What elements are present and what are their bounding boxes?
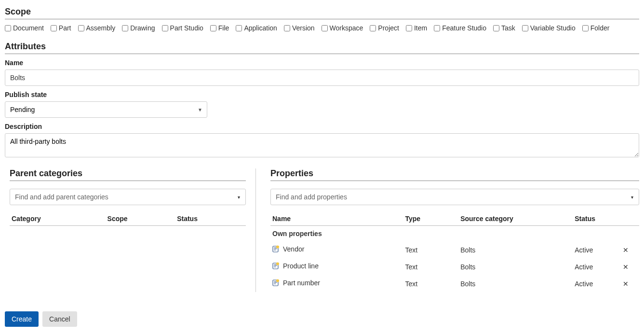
scope-label: Version <box>292 24 315 32</box>
scope-label: Variable Studio <box>530 24 576 32</box>
scope-checkbox-row: DocumentPartAssemblyDrawingPart StudioFi… <box>5 24 639 32</box>
attributes-divider <box>5 54 639 54</box>
parent-categories-table: Category Scope Status <box>10 212 246 226</box>
scope-label: Part <box>59 24 71 32</box>
property-type: Text <box>403 258 458 275</box>
scope-item[interactable]: Application <box>236 24 277 32</box>
properties-divider <box>270 181 639 181</box>
scope-checkbox[interactable] <box>284 25 290 31</box>
scope-item[interactable]: File <box>210 24 229 32</box>
scope-checkbox[interactable] <box>322 25 328 31</box>
description-label: Description <box>5 123 639 130</box>
properties-combo[interactable]: Find and add properties <box>270 189 639 205</box>
property-name-cell: Part number <box>270 275 403 292</box>
scope-checkbox[interactable] <box>78 25 84 31</box>
col-type: Type <box>403 212 458 226</box>
scope-label: Assembly <box>86 24 116 32</box>
scope-divider <box>5 19 639 19</box>
remove-property-icon[interactable]: ✕ <box>621 241 639 258</box>
property-name: Product line <box>283 262 319 270</box>
scope-checkbox[interactable] <box>210 25 216 31</box>
scope-label: Feature Studio <box>442 24 486 32</box>
scope-item[interactable]: Part <box>51 24 71 32</box>
scope-label: Part Studio <box>170 24 203 32</box>
scope-checkbox[interactable] <box>5 25 11 31</box>
scope-checkbox[interactable] <box>493 25 499 31</box>
name-input[interactable] <box>5 70 639 86</box>
scope-label: File <box>218 24 229 32</box>
property-icon <box>272 262 280 271</box>
properties-table: Name Type Source category Status Own pro… <box>270 212 639 292</box>
col-status: Status <box>573 212 620 226</box>
property-type: Text <box>403 275 458 292</box>
scope-checkbox[interactable] <box>236 25 242 31</box>
scope-title: Scope <box>5 7 639 17</box>
scope-label: Drawing <box>130 24 155 32</box>
col-source-category: Source category <box>458 212 573 226</box>
description-textarea[interactable] <box>5 133 639 157</box>
publish-state-label: Publish state <box>5 91 639 98</box>
scope-label: Workspace <box>330 24 363 32</box>
scope-checkbox[interactable] <box>434 25 440 31</box>
property-row: Part numberTextBoltsActive✕ <box>270 275 639 292</box>
col-scope: Scope <box>106 212 175 226</box>
scope-label: Application <box>244 24 277 32</box>
scope-item[interactable]: Workspace <box>322 24 363 32</box>
cancel-button[interactable]: Cancel <box>42 311 77 327</box>
scope-item[interactable]: Folder <box>582 24 610 32</box>
property-status: Active <box>573 241 620 258</box>
property-icon <box>272 279 280 288</box>
scope-label: Task <box>501 24 515 32</box>
scope-checkbox[interactable] <box>522 25 528 31</box>
property-row: VendorTextBoltsActive✕ <box>270 241 639 258</box>
property-name-cell: Vendor <box>270 241 403 258</box>
properties-title: Properties <box>270 168 639 179</box>
svg-point-14 <box>276 279 279 282</box>
property-row: Product lineTextBoltsActive✕ <box>270 258 639 275</box>
property-status: Active <box>573 258 620 275</box>
own-properties-subhead: Own properties <box>270 226 639 242</box>
parent-categories-divider <box>10 181 246 181</box>
scope-item[interactable]: Drawing <box>122 24 155 32</box>
scope-checkbox[interactable] <box>582 25 589 31</box>
publish-state-select[interactable]: Pending <box>5 101 207 118</box>
scope-label: Folder <box>590 24 610 32</box>
scope-label: Project <box>378 24 399 32</box>
svg-point-9 <box>276 263 279 265</box>
scope-checkbox[interactable] <box>370 25 376 31</box>
scope-item[interactable]: Item <box>406 24 427 32</box>
property-source: Bolts <box>458 275 573 292</box>
scope-item[interactable]: Project <box>370 24 399 32</box>
col-name: Name <box>270 212 403 226</box>
svg-point-4 <box>276 246 279 249</box>
create-button[interactable]: Create <box>5 311 39 327</box>
property-name: Vendor <box>283 245 304 253</box>
remove-property-icon[interactable]: ✕ <box>621 258 639 275</box>
property-icon <box>272 245 280 254</box>
name-label: Name <box>5 59 639 67</box>
property-type: Text <box>403 241 458 258</box>
col-status: Status <box>175 212 246 226</box>
property-source: Bolts <box>458 258 573 275</box>
scope-item[interactable]: Variable Studio <box>522 24 576 32</box>
property-name-cell: Product line <box>270 258 403 275</box>
scope-item[interactable]: Task <box>493 24 515 32</box>
scope-label: Item <box>414 24 427 32</box>
scope-item[interactable]: Version <box>284 24 315 32</box>
parent-categories-combo[interactable]: Find and add parent categories <box>10 189 246 205</box>
scope-item[interactable]: Part Studio <box>162 24 203 32</box>
scope-checkbox[interactable] <box>406 25 412 31</box>
property-source: Bolts <box>458 241 573 258</box>
scope-item[interactable]: Document <box>5 24 44 32</box>
scope-item[interactable]: Feature Studio <box>434 24 486 32</box>
scope-checkbox[interactable] <box>51 25 57 31</box>
scope-item[interactable]: Assembly <box>78 24 116 32</box>
scope-label: Document <box>13 24 44 32</box>
property-status: Active <box>573 275 620 292</box>
parent-categories-title: Parent categories <box>10 168 246 179</box>
scope-checkbox[interactable] <box>162 25 168 31</box>
property-name: Part number <box>283 279 320 287</box>
remove-property-icon[interactable]: ✕ <box>621 275 639 292</box>
attributes-title: Attributes <box>5 42 639 52</box>
scope-checkbox[interactable] <box>122 25 128 31</box>
